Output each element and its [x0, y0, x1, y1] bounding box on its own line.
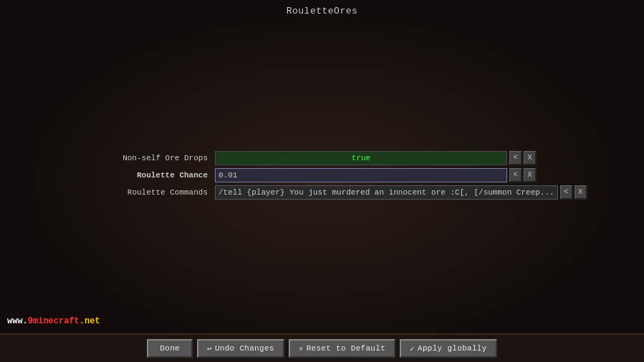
apply-globally-button[interactable]: ✓ Apply globally — [400, 339, 497, 358]
config-btn-prev-1[interactable]: < — [509, 168, 522, 182]
config-field-2[interactable]: /tell {player} You just murdered an inno… — [215, 185, 558, 200]
field-value-2: /tell {player} You just murdered an inno… — [218, 188, 554, 197]
config-field-1[interactable]: 0.01 — [215, 168, 507, 182]
config-buttons-1: < X — [509, 168, 537, 182]
config-label-2: Roulette Commands — [107, 188, 215, 197]
undo-changes-button[interactable]: ↩ Undo Changes — [197, 339, 284, 358]
config-btn-prev-2[interactable]: < — [560, 185, 573, 200]
bottom-bar: Done ↩ Undo Changes ⚡ Reset to Default ✓… — [0, 333, 644, 362]
config-label-0: Non-self Ore Drops — [107, 154, 215, 162]
config-btn-reset-2[interactable]: X — [575, 185, 587, 200]
reset-icon: ⚡ — [299, 344, 304, 353]
window-title: RouletteOres — [0, 6, 644, 16]
config-field-0[interactable]: true — [215, 151, 507, 165]
config-area: Non-self Ore Drops true < X Roulette Cha… — [107, 150, 537, 202]
apply-icon: ✓ — [410, 344, 415, 353]
reset-label: Reset to Default — [307, 344, 385, 353]
config-row-0: Non-self Ore Drops true < X — [107, 150, 537, 166]
field-value-1: 0.01 — [218, 171, 237, 180]
watermark-nine: 9minecraft — [28, 316, 80, 326]
config-btn-reset-0[interactable]: X — [524, 151, 537, 165]
config-btn-prev-0[interactable]: < — [509, 151, 522, 165]
reset-default-button[interactable]: ⚡ Reset to Default — [289, 339, 395, 358]
config-btn-reset-1[interactable]: X — [524, 168, 537, 182]
config-row-2: Roulette Commands /tell {player} You jus… — [107, 185, 537, 200]
watermark-www: www. — [7, 316, 28, 326]
watermark: www.9minecraft.net — [7, 316, 100, 326]
config-buttons-2: < X — [560, 185, 587, 200]
undo-label: Undo Changes — [215, 344, 274, 353]
config-label-1: Roulette Chance — [107, 171, 215, 180]
toggle-value-0: true — [352, 154, 370, 162]
done-button[interactable]: Done — [147, 339, 193, 358]
config-buttons-0: < X — [509, 151, 537, 165]
undo-icon: ↩ — [207, 344, 212, 353]
watermark-rest: .net — [80, 316, 100, 326]
config-row-1: Roulette Chance 0.01 < X — [107, 167, 537, 183]
apply-label: Apply globally — [418, 344, 487, 353]
